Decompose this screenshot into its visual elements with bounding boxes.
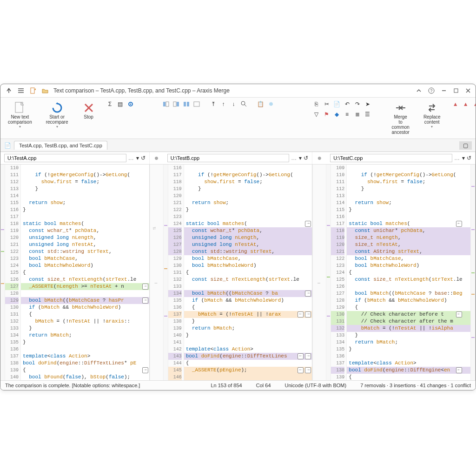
document-tab[interactable]: TestA.cpp, TestB.cpp, and TestC.cpp <box>14 141 107 150</box>
overview-c-right[interactable] <box>470 165 475 380</box>
browse-a-button[interactable]: … <box>128 155 134 161</box>
merge-right-button[interactable]: → <box>305 353 311 359</box>
merge-right-button[interactable]: → <box>142 284 148 290</box>
titlebar: Text comparison – TestA.cpp, TestB.cpp, … <box>0 84 476 98</box>
svg-rect-7 <box>454 89 458 93</box>
svg-rect-20 <box>187 102 189 106</box>
top-icon[interactable]: ⤒ <box>210 100 217 108</box>
minimize-button[interactable] <box>441 88 447 93</box>
open-folder-icon[interactable] <box>41 87 49 94</box>
search-icon[interactable] <box>240 100 248 108</box>
merge-left-button[interactable]: ← <box>456 367 462 373</box>
history-b-icon[interactable]: ↺ <box>304 155 308 161</box>
path-input-b[interactable] <box>167 154 290 162</box>
down-icon[interactable]: ↓ <box>230 100 238 108</box>
compare-panes: 1101111121131141151161171181191201211221… <box>0 165 476 380</box>
pane-both-icon[interactable] <box>183 100 190 108</box>
help-icon[interactable]: ? <box>428 87 435 94</box>
merge-right-button[interactable]: → <box>305 367 311 373</box>
hamburger-icon[interactable] <box>17 87 25 94</box>
code-a[interactable]: if (!getMergeConfig()->GetLong( show.fir… <box>21 165 149 380</box>
svg-rect-19 <box>184 102 186 106</box>
gutter-c: 1091101111121131141151161171181191201211… <box>331 165 347 380</box>
code-b[interactable]: if (!getMergeConfig()->GetLong( show.fir… <box>184 165 312 380</box>
merge-left-button[interactable]: ← <box>298 353 304 359</box>
indent-icon[interactable]: ≡ <box>344 111 351 118</box>
sigma-icon[interactable]: Σ <box>106 100 114 108</box>
merge-icon[interactable] <box>5 87 13 94</box>
snowflake-icon[interactable]: ❄ <box>267 100 275 108</box>
merge-left-button[interactable]: ← <box>298 311 304 317</box>
alert1-icon[interactable]: ▲ <box>452 100 459 108</box>
pane-single-icon[interactable] <box>193 100 200 108</box>
cut-icon[interactable]: ✂ <box>323 100 331 108</box>
status-summary: 7 removals · 3 insertions · 41 changes ·… <box>360 383 471 388</box>
app-window: Text comparison – TestA.cpp, TestB.cpp, … <box>0 84 476 390</box>
stop-button[interactable]: Stop <box>79 100 98 120</box>
code-c[interactable]: if (!getMergeConfig()->GetLong( show.fir… <box>347 165 470 380</box>
layout-cluster <box>162 100 201 109</box>
merge-right-button[interactable]: → <box>305 311 311 317</box>
merge-right-button[interactable]: → <box>142 298 148 304</box>
maximize-button[interactable] <box>453 88 459 93</box>
browse-c-button[interactable]: … <box>454 155 460 161</box>
merge-right-button[interactable]: → <box>142 367 148 373</box>
dropdown-a-icon[interactable]: ▾ <box>136 155 139 161</box>
gear-icon[interactable] <box>127 100 134 108</box>
pane-a: 1101111121131141151161171181191201211221… <box>0 165 150 380</box>
replace-button[interactable]: Replace content▾ <box>421 100 443 130</box>
edit-cluster: ⎘ ✂ 📄 ↶ ↷ ➤ ▽ ⚑ ◆ ≡ ≣ ☰ <box>313 100 372 119</box>
tab-overflow-icon[interactable]: ▢ <box>459 141 472 150</box>
close-button[interactable] <box>465 88 471 93</box>
path-input-c[interactable] <box>330 154 452 162</box>
connector-ab: ⇄ ⋯ <box>150 165 164 380</box>
pane-left-icon[interactable] <box>162 100 170 108</box>
path-input-a[interactable] <box>4 154 126 162</box>
undo-icon[interactable]: ↶ <box>344 100 351 108</box>
recompare-button[interactable]: Start or recompare▾ <box>43 100 71 130</box>
new-comparison-button[interactable]: New text comparison▾ <box>5 100 35 130</box>
filter-icon[interactable]: ▽ <box>313 111 320 118</box>
redo-icon[interactable]: ↷ <box>354 100 361 108</box>
svg-rect-18 <box>177 102 179 106</box>
chevron-up-icon[interactable] <box>416 89 422 93</box>
alert3-icon[interactable]: ▲ <box>472 100 476 108</box>
svg-point-22 <box>241 101 245 105</box>
pane-right-icon[interactable] <box>172 100 180 108</box>
alert2-icon[interactable]: ▲ <box>462 100 469 108</box>
list-icon[interactable]: ☰ <box>364 111 371 118</box>
status-column: Col 64 <box>256 383 271 388</box>
svg-rect-3 <box>31 88 34 93</box>
dropdown-b-icon[interactable]: ▾ <box>299 155 302 161</box>
cursor-icon[interactable]: ➤ <box>364 100 371 108</box>
flag-icon[interactable]: ⚑ <box>323 111 331 118</box>
pane-b: 1161171181191201211221231241251261271281… <box>164 165 313 380</box>
history-c-icon[interactable]: ↺ <box>467 155 471 161</box>
merge-left-button[interactable]: ← <box>456 221 462 227</box>
connector-ab-icon: ● <box>150 152 164 164</box>
merge-left-button[interactable]: ← <box>456 311 462 317</box>
merge-left-button[interactable]: ← <box>298 367 304 373</box>
up-icon[interactable]: ↑ <box>220 100 227 108</box>
svg-rect-17 <box>173 102 176 106</box>
new-doc-icon[interactable] <box>29 87 37 94</box>
merge-right-button[interactable]: → <box>305 221 311 227</box>
sort-icon[interactable]: ▤ <box>117 100 124 108</box>
overview-c[interactable] <box>326 165 331 380</box>
svg-text:?: ? <box>430 88 432 93</box>
marker-icon[interactable]: ◆ <box>333 111 341 118</box>
history-a-icon[interactable]: ↺ <box>141 155 145 161</box>
overview-a[interactable] <box>0 165 5 380</box>
merge-ancestor-button[interactable]: Merge to common ancestor <box>389 100 412 136</box>
clipboard-icon[interactable]: 📋 <box>257 100 264 108</box>
overview-b[interactable] <box>164 165 168 380</box>
merge-right-button[interactable]: → <box>305 291 311 297</box>
path-slot-c: … ▾ ↺ <box>326 152 476 164</box>
doc-icon: 📄 <box>4 142 11 149</box>
paste-icon[interactable]: 📄 <box>333 100 341 108</box>
copy-icon[interactable]: ⎘ <box>313 100 320 108</box>
status-bar: The comparison is complete. [Notable opt… <box>0 380 476 390</box>
dropdown-c-icon[interactable]: ▾ <box>462 155 465 161</box>
outdent-icon[interactable]: ≣ <box>354 111 361 118</box>
browse-b-button[interactable]: … <box>291 155 297 161</box>
